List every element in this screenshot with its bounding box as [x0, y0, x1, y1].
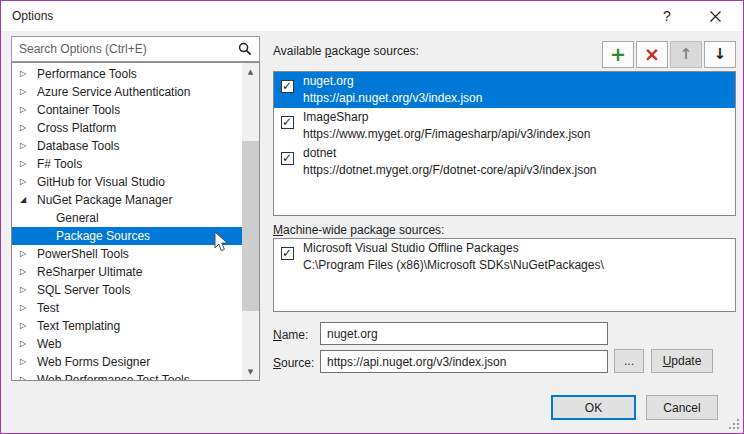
help-button[interactable]: ?	[647, 1, 687, 31]
expander-icon[interactable]: ▷	[20, 137, 34, 155]
tree-item-label: General	[56, 209, 99, 227]
down-arrow-icon: ↓	[714, 47, 727, 62]
sources-toolbar: + × ↑ ↓	[602, 41, 736, 68]
source-name: Microsoft Visual Studio Offline Packages	[303, 240, 731, 257]
source-label: Source:	[273, 356, 314, 370]
tree-item[interactable]: ▷ Test	[12, 299, 242, 317]
expander-icon[interactable]: ▷	[20, 335, 34, 353]
tree-item-label: Azure Service Authentication	[37, 83, 190, 101]
source-checkbox[interactable]: ✓	[281, 247, 294, 260]
titlebar[interactable]: Options ?	[1, 1, 743, 31]
search-input[interactable]	[12, 37, 259, 61]
tree-item-label: Web Performance Test Tools	[37, 371, 190, 381]
source-checkbox[interactable]: ✓	[281, 116, 294, 129]
tree-item[interactable]: Package Sources	[12, 227, 242, 245]
scroll-up-icon[interactable]: ▲	[242, 63, 259, 80]
tree-item[interactable]: ▷ F# Tools	[12, 155, 242, 173]
tree-item-label: Web Forms Designer	[37, 353, 150, 371]
source-name: ImageSharp	[303, 109, 731, 126]
scrollbar-thumb[interactable]	[242, 141, 259, 311]
tree-item[interactable]: ▷ Text Templating	[12, 317, 242, 335]
tree-item[interactable]: ▷ Database Tools	[12, 137, 242, 155]
source-url: C:\Program Files (x86)\Microsoft SDKs\Nu…	[303, 257, 731, 273]
search-icon[interactable]	[238, 42, 252, 59]
source-checkbox[interactable]: ✓	[281, 80, 294, 93]
expander-icon[interactable]: ▷	[20, 65, 34, 83]
tree-item-label: GitHub for Visual Studio	[37, 173, 165, 191]
tree-item[interactable]: ◢ NuGet Package Manager	[12, 191, 242, 209]
move-down-button[interactable]: ↓	[704, 41, 736, 68]
name-label: Name:	[273, 328, 308, 342]
expander-icon[interactable]: ▷	[20, 83, 34, 101]
tree-item-label: PowerShell Tools	[37, 245, 129, 263]
expander-icon[interactable]: ◢	[20, 191, 34, 209]
tree-scrollbar[interactable]: ▲ ▼	[242, 63, 259, 380]
tree-item[interactable]: ▷ Web Forms Designer	[12, 353, 242, 371]
tree-item[interactable]: ▷ Azure Service Authentication	[12, 83, 242, 101]
tree-item[interactable]: ▷ Container Tools	[12, 101, 242, 119]
expander-icon[interactable]: ▷	[20, 245, 34, 263]
source-name: nuget.org	[303, 73, 731, 90]
expander-icon[interactable]: ▷	[20, 155, 34, 173]
name-input[interactable]	[320, 322, 608, 345]
remove-source-button[interactable]: ×	[636, 41, 668, 68]
tree-item[interactable]: General	[12, 209, 242, 227]
tree-item-label: SQL Server Tools	[37, 281, 130, 299]
package-source-row[interactable]: ✓ nuget.org https://api.nuget.org/v3/ind…	[274, 72, 735, 108]
close-button[interactable]	[695, 1, 735, 31]
tree-item[interactable]: ▷ Performance Tools	[12, 65, 242, 83]
machine-sources-label: Machine-wide package sources:	[273, 223, 444, 237]
options-dialog: Options ? ▷ Performance Tools	[0, 0, 744, 434]
tree-item-label: Performance Tools	[37, 65, 137, 83]
expander-icon[interactable]: ▷	[20, 299, 34, 317]
source-input[interactable]	[320, 350, 608, 373]
tree-item-label: NuGet Package Manager	[37, 191, 172, 209]
expander-icon[interactable]: ▷	[20, 353, 34, 371]
cancel-button[interactable]: Cancel	[646, 395, 718, 420]
expander-icon[interactable]: ▷	[20, 101, 34, 119]
source-url: https://www.myget.org/F/imagesharp/api/v…	[303, 126, 731, 142]
up-arrow-icon: ↑	[680, 47, 693, 62]
available-sources-list: ✓ nuget.org https://api.nuget.org/v3/ind…	[273, 71, 736, 216]
checkmark-icon: ✓	[282, 151, 293, 165]
source-url: https://api.nuget.org/v3/index.json	[303, 90, 731, 106]
tree-item[interactable]: ▷ Cross Platform	[12, 119, 242, 137]
resize-grip[interactable]	[727, 417, 740, 430]
expander-icon[interactable]: ▷	[20, 173, 34, 191]
package-source-row[interactable]: ✓ ImageSharp https://www.myget.org/F/ima…	[274, 108, 735, 144]
tree-item[interactable]: ▷ ReSharper Ultimate	[12, 263, 242, 281]
expander-icon[interactable]: ▷	[20, 281, 34, 299]
expander-icon[interactable]: ▷	[20, 317, 34, 335]
help-icon: ?	[663, 8, 671, 24]
package-source-row[interactable]: ✓ dotnet https://dotnet.myget.org/F/dotn…	[274, 144, 735, 180]
tree-item-label: ReSharper Ultimate	[37, 263, 142, 281]
close-icon	[710, 11, 721, 22]
search-box	[11, 36, 260, 62]
expander-icon[interactable]: ▷	[20, 119, 34, 137]
tree-item-label: Text Templating	[37, 317, 120, 335]
tree-item[interactable]: ▷ PowerShell Tools	[12, 245, 242, 263]
tree-item-label: Test	[37, 299, 59, 317]
expander-icon[interactable]: ▷	[20, 263, 34, 281]
source-checkbox[interactable]: ✓	[281, 152, 294, 165]
scroll-down-icon[interactable]: ▼	[242, 363, 259, 380]
window-title: Options	[12, 9, 53, 23]
source-url: https://dotnet.myget.org/F/dotnet-core/a…	[303, 162, 731, 178]
tree-item[interactable]: ▷ Web	[12, 335, 242, 353]
tree-item[interactable]: ▷ GitHub for Visual Studio	[12, 173, 242, 191]
add-icon: +	[610, 45, 626, 64]
tree-item-label: Web	[37, 335, 61, 353]
move-up-button[interactable]: ↑	[670, 41, 702, 68]
tree-item[interactable]: ▷ Web Performance Test Tools	[12, 371, 242, 381]
tree-item-label: Container Tools	[37, 101, 120, 119]
ok-button[interactable]: OK	[551, 395, 636, 420]
tree-item[interactable]: ▷ SQL Server Tools	[12, 281, 242, 299]
package-source-row[interactable]: ✓ Microsoft Visual Studio Offline Packag…	[274, 239, 735, 275]
browse-button[interactable]: ...	[614, 349, 644, 373]
expander-icon[interactable]: ▷	[20, 371, 34, 381]
update-button[interactable]: Update	[651, 349, 713, 373]
add-source-button[interactable]: +	[602, 41, 634, 68]
machine-sources-list: ✓ Microsoft Visual Studio Offline Packag…	[273, 238, 736, 312]
tree-item-label: F# Tools	[37, 155, 82, 173]
checkmark-icon: ✓	[282, 79, 293, 93]
